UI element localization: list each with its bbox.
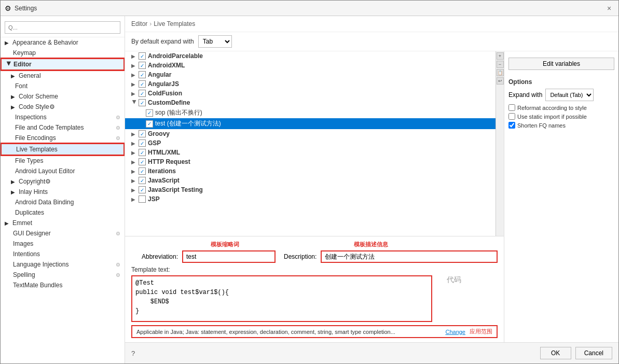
settings-icon: ⚙ bbox=[5, 4, 11, 12]
bottom-bar: ? OK Cancel bbox=[125, 342, 618, 363]
tree-arrow-androidparcelable: ▶ bbox=[131, 53, 137, 59]
sidebar-item-keymap[interactable]: Keymap bbox=[1, 48, 125, 58]
expand-with-select-opt[interactable]: Default (Tab) Tab Enter Space bbox=[545, 89, 594, 101]
checkbox-iterations[interactable] bbox=[139, 167, 146, 175]
sidebar-item-general[interactable]: ▶ General bbox=[1, 71, 125, 81]
checkbox-sop[interactable] bbox=[146, 109, 153, 117]
expand-with-select[interactable]: Tab Enter Space bbox=[198, 35, 232, 48]
tree-item-javascript[interactable]: ▶ JavaScript bbox=[125, 176, 496, 185]
applicable-text: Applicable in Java; Java: statement, exp… bbox=[136, 329, 441, 335]
sidebar-item-textmate[interactable]: TextMate Bundles bbox=[1, 280, 125, 290]
sidebar-item-lang-inject[interactable]: Language Injections ⚙ bbox=[1, 259, 125, 270]
reformat-checkbox[interactable] bbox=[508, 104, 515, 111]
tree-item-http-request[interactable]: ▶ HTTP Request bbox=[125, 157, 496, 166]
tree-item-angular[interactable]: ▶ Angular bbox=[125, 70, 496, 79]
expand-arrow-inlay-icon: ▶ bbox=[11, 189, 17, 195]
options-section: Options Expand with Default (Tab) Tab En… bbox=[508, 78, 614, 131]
annotation-row: 模板缩略词 模板描述信息 bbox=[131, 241, 498, 248]
checkbox-httprequest[interactable] bbox=[139, 158, 146, 165]
tree-item-androidxml[interactable]: ▶ AndroidXML bbox=[125, 61, 496, 70]
sidebar-label-livetemplates: Live Templates bbox=[16, 146, 58, 153]
sidebar-item-android-databinding[interactable]: Android Data Binding bbox=[1, 197, 125, 207]
checkbox-test[interactable] bbox=[146, 120, 153, 128]
tree-item-coldfusion[interactable]: ▶ ColdFusion bbox=[125, 89, 496, 98]
tree-item-customdefine[interactable]: ▶ CustomDefine bbox=[125, 98, 496, 107]
tree-child-sop[interactable]: sop (输出不换行) bbox=[125, 107, 496, 118]
checkbox-coldfusion[interactable] bbox=[139, 90, 146, 97]
sidebar: ▶ Appearance & Behavior Keymap ▶ Editor … bbox=[1, 16, 125, 363]
scroll-add-btn[interactable]: + bbox=[497, 52, 504, 60]
tree-label-androidxml: AndroidXML bbox=[148, 62, 185, 69]
sidebar-item-editor[interactable]: ▶ Editor bbox=[1, 58, 125, 71]
scroll-remove-btn[interactable]: − bbox=[497, 61, 504, 68]
tree-label-iterations: iterations bbox=[148, 167, 176, 175]
checkbox-groovy[interactable] bbox=[139, 130, 146, 137]
checkbox-angularjs[interactable] bbox=[139, 80, 146, 88]
tree-arrow-customdefine: ▶ bbox=[132, 100, 137, 106]
tree-item-iterations[interactable]: ▶ iterations bbox=[125, 166, 496, 176]
sidebar-search-container bbox=[1, 18, 125, 37]
description-input[interactable] bbox=[321, 250, 498, 263]
shorten-fq-checkbox[interactable] bbox=[508, 122, 515, 129]
sidebar-item-images[interactable]: Images bbox=[1, 239, 125, 249]
sidebar-item-inlay-hints[interactable]: ▶ Inlay Hints bbox=[1, 187, 125, 197]
static-import-checkbox[interactable] bbox=[508, 113, 515, 120]
sidebar-item-duplicates[interactable]: Duplicates bbox=[1, 207, 125, 218]
sidebar-item-inspections[interactable]: Inspections ⚙ bbox=[1, 112, 125, 122]
tree-item-angularjs[interactable]: ▶ AngularJS bbox=[125, 79, 496, 89]
expand-with-row: Expand with Default (Tab) Tab Enter Spac… bbox=[508, 89, 614, 101]
edit-variables-button[interactable]: Edit variables bbox=[508, 58, 614, 70]
help-icon[interactable]: ? bbox=[131, 349, 135, 357]
sidebar-item-android-layout[interactable]: Android Layout Editor bbox=[1, 166, 125, 176]
checkbox-gsp[interactable] bbox=[139, 139, 146, 147]
ok-button[interactable]: OK bbox=[540, 347, 571, 359]
change-link[interactable]: Change bbox=[445, 329, 465, 335]
sidebar-item-spelling[interactable]: Spelling ⚙ bbox=[1, 270, 125, 280]
close-button[interactable]: × bbox=[604, 3, 614, 13]
sidebar-item-copyright[interactable]: ▶ Copyright ⚙ bbox=[1, 176, 125, 187]
checkbox-jsp[interactable] bbox=[139, 195, 146, 203]
tree-item-groovy[interactable]: ▶ Groovy bbox=[125, 129, 496, 138]
sidebar-item-intentions[interactable]: Intentions bbox=[1, 249, 125, 259]
expand-with-label-opt: Expand with bbox=[508, 91, 542, 99]
cancel-button[interactable]: Cancel bbox=[575, 347, 612, 359]
sidebar-item-live-templates[interactable]: Live Templates bbox=[1, 143, 125, 156]
tree-item-gsp[interactable]: ▶ GSP bbox=[125, 138, 496, 148]
tree-item-androidparcelable[interactable]: ▶ AndroidParcelable bbox=[125, 51, 496, 61]
checkbox-jstesting[interactable] bbox=[139, 186, 146, 193]
shorten-fq-label: Shorten FQ names bbox=[517, 122, 566, 129]
tree-child-test[interactable]: test (创建一个测试方法) bbox=[125, 118, 496, 129]
tree-item-jsp[interactable]: ▶ JSP bbox=[125, 194, 496, 204]
expand-arrow-copyright-icon: ▶ bbox=[11, 179, 17, 185]
tree-item-javascript-testing[interactable]: ▶ JavaScript Testing bbox=[125, 185, 496, 194]
sidebar-item-emmet[interactable]: ▶ Emmet bbox=[1, 218, 125, 228]
checkbox-androidxml[interactable] bbox=[139, 62, 146, 69]
scroll-copy-btn[interactable]: 📋 bbox=[497, 69, 504, 76]
badge-codestyle: ⚙ bbox=[49, 103, 55, 110]
sidebar-item-file-encodings[interactable]: File Encodings ⚙ bbox=[1, 133, 125, 143]
sidebar-item-code-style[interactable]: ▶ Code Style ⚙ bbox=[1, 102, 125, 112]
tree-arrow-groovy: ▶ bbox=[131, 131, 137, 137]
sidebar-item-file-code-templates[interactable]: File and Code Templates ⚙ bbox=[1, 122, 125, 133]
sidebar-label-codestyle: Code Style bbox=[19, 103, 49, 110]
sidebar-item-gui-designer[interactable]: GUI Designer ⚙ bbox=[1, 228, 125, 239]
sidebar-item-file-types[interactable]: File Types bbox=[1, 156, 125, 166]
sidebar-item-appearance[interactable]: ▶ Appearance & Behavior bbox=[1, 37, 125, 48]
sidebar-search-input[interactable] bbox=[5, 21, 120, 34]
settings-window: ⚙ Settings × ▶ Appearance & Behavior Key… bbox=[0, 0, 619, 364]
sidebar-label-images: Images bbox=[13, 240, 33, 247]
tree-item-htmlxml[interactable]: ▶ HTML/XML bbox=[125, 148, 496, 157]
checkbox-angular[interactable] bbox=[139, 71, 146, 78]
checkbox-javascript[interactable] bbox=[139, 177, 146, 184]
checkbox-customdefine[interactable] bbox=[139, 99, 146, 106]
tree-arrow-angular: ▶ bbox=[131, 72, 137, 78]
template-list-and-detail: ▶ AndroidParcelable ▶ AndroidXML bbox=[125, 51, 504, 342]
sidebar-item-font[interactable]: Font bbox=[1, 81, 125, 91]
template-text-area[interactable]: @Test public void test$var1$(){ $END$ } bbox=[131, 275, 432, 322]
abbreviation-input[interactable] bbox=[182, 250, 276, 263]
checkbox-androidparcelable[interactable] bbox=[139, 52, 146, 60]
checkbox-htmlxml[interactable] bbox=[139, 149, 146, 156]
scroll-reset-btn[interactable]: ↩ bbox=[497, 77, 504, 85]
sidebar-item-color-scheme[interactable]: ▶ Color Scheme bbox=[1, 91, 125, 102]
sidebar-label-spelling: Spelling bbox=[13, 271, 35, 278]
